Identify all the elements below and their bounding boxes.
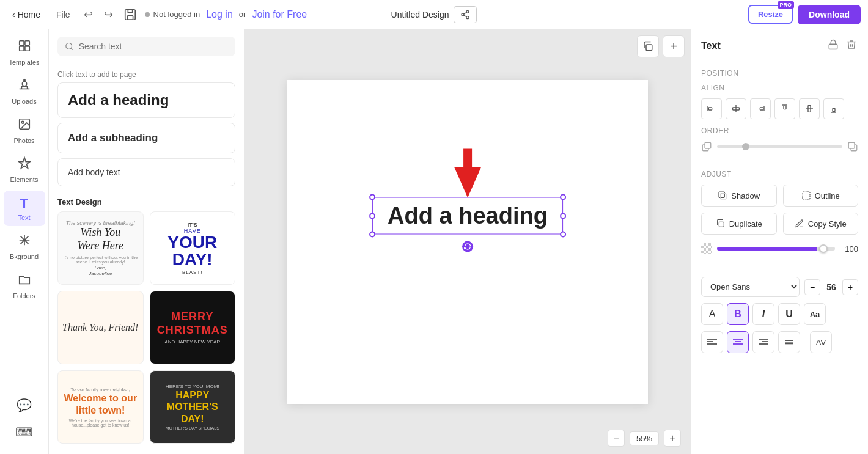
handle-tr[interactable] (560, 194, 566, 200)
underline-u-button[interactable]: U (778, 303, 800, 325)
handle-tl[interactable] (369, 194, 375, 200)
outline-button[interactable]: Outline (783, 185, 859, 207)
zoom-in-button[interactable]: + (664, 430, 681, 447)
undo-button[interactable]: ↩ (81, 5, 95, 24)
svg-rect-8 (24, 41, 29, 45)
order-slider[interactable] (717, 145, 842, 148)
canvas-page[interactable]: Add a heading (287, 80, 648, 404)
nav-center: Untitled Design (391, 6, 477, 23)
slider-thumb[interactable] (742, 143, 749, 150)
adjust-section: Adjust Shadow Outline Duplicate (691, 161, 868, 263)
add-heading-option[interactable]: Add a heading (57, 82, 235, 118)
align-left-button[interactable] (701, 98, 722, 119)
handle-br[interactable] (560, 232, 566, 238)
order-back-icon (701, 141, 712, 152)
svg-point-13 (21, 121, 24, 123)
handle-mr[interactable] (560, 213, 566, 219)
align-middle-h-button[interactable] (799, 98, 820, 119)
align-top-button[interactable] (774, 98, 795, 119)
file-button[interactable]: File (51, 7, 75, 22)
sidebar-item-folders[interactable]: Folders (4, 268, 45, 304)
design-card-6[interactable]: HERE'S TO YOU, MOM! HAPPYMOTHER'SDAY! MO… (150, 370, 236, 444)
lock-button[interactable] (826, 38, 840, 54)
heading-text[interactable]: Add a heading (388, 203, 548, 229)
sidebar-item-background[interactable]: Bkground (4, 229, 45, 265)
svg-rect-29 (833, 108, 835, 111)
templates-icon (18, 39, 31, 56)
svg-rect-7 (19, 41, 23, 45)
design-card-1[interactable]: The scenery is breathtaking! Wish YouWer… (57, 211, 144, 285)
font-size-value: 56 (823, 282, 840, 292)
case-button[interactable]: Aa (804, 303, 826, 325)
sidebar-item-keyboard[interactable]: ⌨ (4, 420, 45, 444)
align-bottom-button[interactable] (823, 98, 844, 119)
bold-button[interactable]: B (727, 303, 749, 325)
sidebar-item-chat[interactable]: 💬 (4, 393, 45, 417)
handle-ml[interactable] (369, 213, 375, 219)
delete-button[interactable] (845, 38, 858, 54)
opacity-thumb[interactable] (819, 244, 828, 253)
underline-button[interactable]: A (701, 303, 723, 325)
selected-text-box[interactable]: Add a heading (372, 197, 563, 235)
sidebar-item-elements[interactable]: Elements (4, 152, 45, 188)
sidebar-item-text[interactable]: T Text (4, 191, 45, 226)
design-card-3[interactable]: Thank You, Friend! (57, 291, 144, 364)
canvas-toolbar: + (637, 35, 685, 57)
sidebar-item-templates[interactable]: Templates (4, 34, 45, 71)
opacity-checker (701, 243, 712, 254)
resize-button[interactable]: Resize PRO (748, 5, 793, 24)
svg-line-6 (464, 12, 467, 14)
font-size-plus-button[interactable]: + (842, 279, 858, 295)
char-spacing-button[interactable]: AV (810, 331, 832, 353)
zoom-level[interactable]: 55% (630, 431, 659, 445)
font-select[interactable]: Open Sans (701, 277, 800, 297)
design-card-2[interactable]: IT'S HAVE YOUR DAY! BLAST! (150, 211, 236, 285)
status-dot (145, 12, 150, 17)
login-link[interactable]: Log in (206, 9, 233, 20)
add-page-button[interactable]: + (663, 35, 685, 57)
folders-icon (18, 273, 31, 290)
line-spacing-button[interactable] (778, 331, 800, 353)
text-align-left-button[interactable] (701, 331, 723, 353)
align-center-v-button[interactable] (726, 98, 746, 119)
copy-style-button[interactable]: Copy Style (783, 213, 859, 235)
search-input[interactable] (79, 42, 228, 51)
copy-canvas-button[interactable] (637, 35, 659, 57)
or-label: or (239, 10, 246, 19)
italic-button[interactable]: I (752, 303, 774, 325)
add-body-option[interactable]: Add body text (57, 158, 235, 186)
design-card-4[interactable]: MERRYCHRISTMAS AND HAPPY NEW YEAR (150, 291, 236, 364)
uploads-label: Uploads (12, 98, 36, 105)
home-button[interactable]: ‹ Home (7, 7, 45, 22)
position-label: Position (701, 69, 858, 78)
redo-button[interactable]: ↪ (101, 5, 116, 24)
copy-style-icon (795, 219, 804, 229)
align-left-icon (707, 338, 717, 346)
font-size-minus-button[interactable]: − (804, 279, 820, 295)
text-align-right-button[interactable] (752, 331, 774, 353)
svg-line-5 (464, 15, 467, 17)
sidebar-item-photos[interactable]: Photos (4, 112, 45, 149)
chat-icon: 💬 (17, 398, 32, 412)
duplicate-button[interactable]: Duplicate (701, 213, 777, 235)
shadow-button[interactable]: Shadow (701, 185, 777, 207)
sidebar-item-uploads[interactable]: Uploads (4, 73, 45, 110)
text-align-center-button[interactable] (727, 331, 749, 353)
svg-point-2 (466, 10, 469, 13)
elements-label: Elements (10, 176, 39, 183)
opacity-slider[interactable] (717, 247, 835, 251)
align-right-button[interactable] (750, 98, 771, 119)
save-button[interactable] (122, 6, 139, 23)
panel-search-area (49, 29, 244, 64)
rotate-handle[interactable] (462, 241, 473, 252)
svg-rect-36 (803, 192, 810, 199)
zoom-out-button[interactable]: − (608, 430, 625, 447)
templates-label: Templates (9, 59, 39, 66)
design-card-5[interactable]: To our family new neighbor, Welcome to o… (57, 370, 144, 444)
share-button[interactable] (454, 6, 477, 23)
join-link[interactable]: Join for Free (252, 9, 307, 20)
add-subheading-option[interactable]: Add a subheading (57, 123, 235, 153)
download-button[interactable]: Download (798, 5, 861, 24)
right-panel-icons (826, 38, 858, 54)
handle-bl[interactable] (369, 232, 375, 238)
